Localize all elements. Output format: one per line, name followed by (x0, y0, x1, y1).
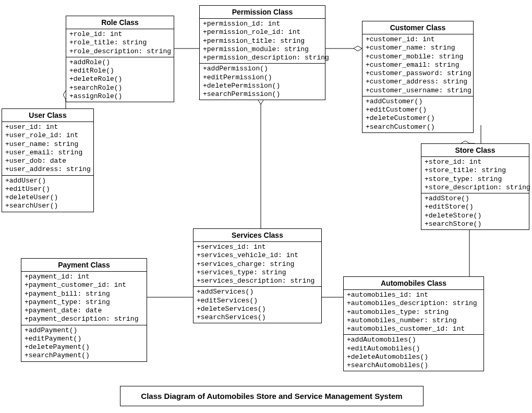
uml-line: +permission_role_id: int (203, 28, 322, 37)
class-attrs: +permission_id: int+permission_role_id: … (200, 19, 325, 64)
class-role: Role Class +role_id: int+role_title: str… (66, 16, 174, 102)
uml-line: +store_title: string (425, 166, 526, 175)
class-title: Payment Class (21, 259, 147, 272)
uml-line: +addServices() (197, 288, 318, 296)
uml-line: +deletePermission() (203, 82, 322, 90)
uml-line: +addCustomer() (366, 98, 470, 106)
class-attrs: +customer_id: int+customer_name: string+… (362, 34, 473, 96)
uml-line: +user_email: string (5, 149, 90, 157)
class-ops: +addServices()+editServices()+deleteServ… (194, 287, 321, 323)
uml-line: +searchUser() (5, 202, 90, 210)
uml-line: +payment_bill: string (25, 290, 143, 298)
uml-line: +customer_email: string (366, 61, 470, 69)
uml-line: +user_name: string (5, 140, 90, 149)
class-title: Store Class (421, 144, 529, 157)
uml-line: +store_description: string (425, 184, 526, 192)
uml-line: +customer_name: string (366, 44, 470, 52)
uml-line: +user_role_id: int (5, 131, 90, 140)
class-ops: +addPayment()+editPayment()+deletePaymen… (21, 325, 147, 361)
class-payment: Payment Class +payment_id: int+payment_c… (21, 258, 147, 362)
uml-line: +editUser() (5, 185, 90, 193)
uml-line: +permission_title: string (203, 37, 322, 45)
class-attrs: +payment_id: int+payment_customer_id: in… (21, 272, 147, 325)
uml-line: +user_id: int (5, 123, 90, 131)
uml-line: +automobiles_type: string (347, 308, 480, 317)
class-title: Services Class (194, 229, 321, 242)
uml-line: +editPayment() (25, 335, 143, 343)
uml-line: +payment_customer_id: int (25, 281, 143, 289)
uml-line: +addPermission() (203, 65, 322, 73)
uml-line: +customer_password: string (366, 69, 470, 78)
uml-line: +addUser() (5, 177, 90, 185)
uml-line: +customer_id: int (366, 35, 470, 44)
uml-line: +addAutomobiles() (347, 336, 480, 344)
uml-line: +searchRole() (69, 84, 171, 92)
uml-line: +editStore() (425, 203, 526, 211)
class-title: Customer Class (362, 21, 473, 34)
uml-line: +permission_id: int (203, 20, 322, 28)
uml-line: +editPermission() (203, 74, 322, 82)
class-ops: +addPermission()+editPermission()+delete… (200, 64, 325, 100)
uml-line: +customer_username: string (366, 87, 470, 95)
uml-line: +customer_address: string (366, 78, 470, 86)
diagram-caption: Class Diagram of Automobiles Store and S… (120, 386, 424, 406)
class-store: Store Class +store_id: int+store_title: … (421, 143, 529, 230)
uml-line: +editServices() (197, 297, 318, 305)
uml-line: +payment_type: string (25, 298, 143, 307)
uml-line: +automobiles_id: int (347, 291, 480, 299)
uml-line: +deleteRole() (69, 75, 171, 83)
class-attrs: +role_id: int+role_title: string+role_de… (66, 29, 174, 57)
uml-line: +deleteCustomer() (366, 114, 470, 123)
uml-line: +automobiles_customer_id: int (347, 325, 480, 333)
uml-line: +store_id: int (425, 158, 526, 166)
uml-line: +user_address: string (5, 165, 90, 174)
class-ops: +addRole()+editRole()+deleteRole()+searc… (66, 57, 174, 102)
class-customer: Customer Class +customer_id: int+custome… (362, 21, 474, 133)
class-title: Role Class (66, 16, 174, 29)
uml-line: +payment_description: string (25, 315, 143, 323)
class-title: Permission Class (200, 6, 325, 19)
uml-line: +payment_date: date (25, 307, 143, 315)
uml-line: +deleteAutomobiles() (347, 353, 480, 361)
uml-line: +permission_description: string (203, 54, 322, 62)
class-ops: +addAutomobiles()+editAutomobiles()+dele… (344, 335, 483, 371)
uml-line: +role_id: int (69, 30, 171, 39)
class-automobiles: Automobiles Class +automobiles_id: int+a… (343, 276, 484, 371)
uml-line: +deletePayment() (25, 343, 143, 351)
uml-line: +store_type: string (425, 175, 526, 184)
uml-line: +addStore() (425, 195, 526, 203)
uml-line: +editRole() (69, 67, 171, 75)
uml-line: +services_charge: string (197, 260, 318, 269)
class-ops: +addStore()+editStore()+deleteStore()+se… (421, 193, 529, 229)
class-user: User Class +user_id: int+user_role_id: i… (2, 108, 94, 212)
uml-line: +editAutomobiles() (347, 345, 480, 353)
caption-text: Class Diagram of Automobiles Store and S… (141, 392, 402, 400)
uml-line: +automobiles_description: string (347, 299, 480, 308)
uml-line: +addRole() (69, 58, 171, 67)
uml-line: +searchPermission() (203, 90, 322, 99)
uml-line: +role_title: string (69, 39, 171, 47)
uml-line: +searchCustomer() (366, 123, 470, 131)
uml-line: +assignRole() (69, 92, 171, 101)
class-permission: Permission Class +permission_id: int+per… (199, 5, 325, 100)
class-title: User Class (2, 109, 93, 122)
uml-line: +searchAutomobiles() (347, 361, 480, 370)
uml-line: +searchServices() (197, 313, 318, 322)
class-attrs: +services_id: int+services_vehicle_id: i… (194, 242, 321, 287)
class-title: Automobiles Class (344, 277, 483, 290)
uml-line: +permission_module: string (203, 45, 322, 54)
uml-line: +services_description: string (197, 277, 318, 285)
uml-line: +payment_id: int (25, 273, 143, 281)
uml-line: +services_type: string (197, 269, 318, 277)
class-ops: +addUser()+editUser()+deleteUser()+searc… (2, 176, 93, 212)
uml-line: +deleteUser() (5, 193, 90, 202)
uml-line: +addPayment() (25, 326, 143, 335)
uml-line: +customer_mobile: string (366, 53, 470, 61)
class-attrs: +automobiles_id: int+automobiles_descrip… (344, 290, 483, 335)
uml-line: +automobiles_number: string (347, 317, 480, 325)
class-ops: +addCustomer()+editCustomer()+deleteCust… (362, 96, 473, 132)
uml-line: +deleteStore() (425, 212, 526, 220)
class-attrs: +user_id: int+user_role_id: int+user_nam… (2, 122, 93, 176)
uml-line: +searchPayment() (25, 351, 143, 360)
class-attrs: +store_id: int+store_title: string+store… (421, 157, 529, 193)
